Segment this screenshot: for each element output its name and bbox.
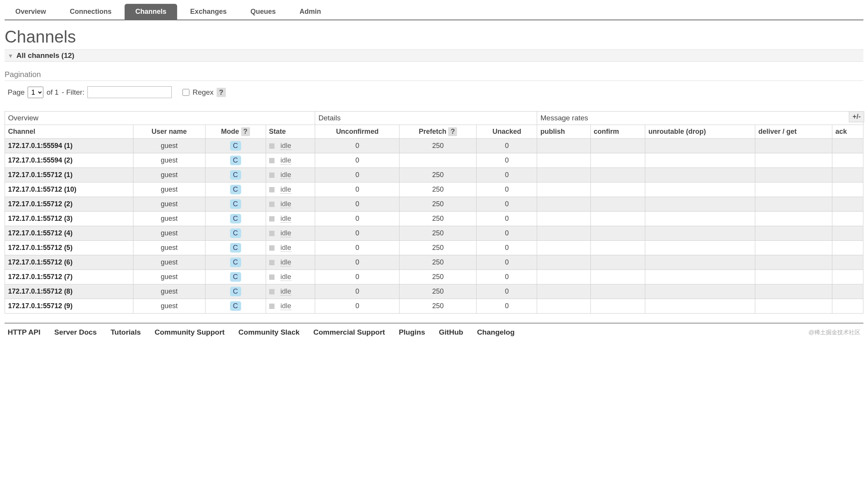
cell-mode: C — [205, 168, 266, 182]
col-state[interactable]: State — [266, 125, 315, 139]
section-all-channels[interactable]: ▼ All channels (12) — [5, 49, 863, 62]
cell-state: idle — [266, 270, 315, 284]
col-publish[interactable]: publish — [537, 125, 590, 139]
footer-link-tutorials[interactable]: Tutorials — [110, 328, 141, 337]
pagination-controls: Page 1 of 1 - Filter: Regex ? — [8, 86, 863, 98]
filter-label: - Filter: — [62, 88, 84, 97]
col-prefetch[interactable]: Prefetch ? — [399, 125, 477, 139]
cell-unroutable — [645, 241, 755, 255]
filter-input[interactable] — [87, 86, 172, 98]
cell-prefetch: 250 — [399, 168, 477, 182]
channel-link[interactable]: 172.17.0.1:55712 (1) — [8, 171, 72, 179]
footer-link-community-slack[interactable]: Community Slack — [238, 328, 299, 337]
regex-help-button[interactable]: ? — [217, 88, 226, 97]
cell-confirm — [590, 139, 645, 153]
channel-link[interactable]: 172.17.0.1:55712 (8) — [8, 287, 72, 295]
cell-deliver — [755, 168, 832, 182]
mode-badge: C — [230, 228, 241, 238]
cell-confirm — [590, 241, 645, 255]
col-mode-label: Mode — [221, 128, 239, 135]
tab-connections[interactable]: Connections — [59, 4, 122, 20]
regex-checkbox[interactable] — [182, 89, 189, 96]
table-row: 172.17.0.1:55712 (7)guestCidle02500 — [5, 270, 863, 284]
col-unacked[interactable]: Unacked — [477, 125, 537, 139]
mode-badge: C — [230, 258, 241, 267]
cell-mode: C — [205, 212, 266, 226]
channel-link[interactable]: 172.17.0.1:55712 (5) — [8, 244, 72, 251]
mode-help-button[interactable]: ? — [241, 127, 250, 136]
col-unconfirmed[interactable]: Unconfirmed — [315, 125, 399, 139]
mode-badge: C — [230, 199, 241, 209]
cell-deliver — [755, 153, 832, 168]
cell-unconfirmed: 0 — [315, 270, 399, 284]
state-indicator-icon — [269, 274, 275, 280]
col-channel[interactable]: Channel — [5, 125, 133, 139]
cell-deliver — [755, 255, 832, 270]
cell-prefetch: 250 — [399, 299, 477, 314]
cell-deliver — [755, 226, 832, 241]
cell-publish — [537, 255, 590, 270]
state-indicator-icon — [269, 187, 275, 192]
cell-user: guest — [133, 168, 205, 182]
channel-link[interactable]: 172.17.0.1:55712 (9) — [8, 302, 72, 310]
cell-unacked: 0 — [477, 168, 537, 182]
cell-unconfirmed: 0 — [315, 197, 399, 212]
tab-queues[interactable]: Queues — [240, 4, 286, 20]
channel-link[interactable]: 172.17.0.1:55594 (2) — [8, 156, 72, 164]
tab-channels[interactable]: Channels — [125, 4, 177, 20]
tab-overview[interactable]: Overview — [5, 4, 57, 20]
cell-ack — [832, 299, 863, 314]
cell-confirm — [590, 284, 645, 299]
footer-link-changelog[interactable]: Changelog — [477, 328, 515, 337]
pagination-heading: Pagination — [5, 70, 863, 81]
col-deliver[interactable]: deliver / get — [755, 125, 832, 139]
footer-link-commercial-support[interactable]: Commercial Support — [313, 328, 385, 337]
cell-publish — [537, 197, 590, 212]
page-select[interactable]: 1 — [28, 87, 43, 98]
channel-link[interactable]: 172.17.0.1:55712 (2) — [8, 200, 72, 208]
channel-link[interactable]: 172.17.0.1:55712 (6) — [8, 258, 72, 266]
cell-state: idle — [266, 197, 315, 212]
footer-link-community-support[interactable]: Community Support — [155, 328, 225, 337]
page-title: Channels — [5, 27, 863, 46]
cell-user: guest — [133, 139, 205, 153]
col-mode[interactable]: Mode ? — [205, 125, 266, 139]
col-unroutable[interactable]: unroutable (drop) — [645, 125, 755, 139]
footer-link-github[interactable]: GitHub — [439, 328, 463, 337]
cell-prefetch: 250 — [399, 226, 477, 241]
tab-admin[interactable]: Admin — [289, 4, 332, 20]
table-row: 172.17.0.1:55712 (1)guestCidle02500 — [5, 168, 863, 182]
cell-confirm — [590, 153, 645, 168]
cell-mode: C — [205, 284, 266, 299]
channel-link[interactable]: 172.17.0.1:55712 (4) — [8, 229, 72, 237]
cell-prefetch: 250 — [399, 182, 477, 197]
col-ack[interactable]: ack — [832, 125, 863, 139]
channel-link[interactable]: 172.17.0.1:55712 (3) — [8, 215, 72, 222]
tab-exchanges[interactable]: Exchanges — [179, 4, 237, 20]
cell-unroutable — [645, 255, 755, 270]
state-indicator-icon — [269, 231, 275, 236]
cell-mode: C — [205, 197, 266, 212]
footer-link-http-api[interactable]: HTTP API — [8, 328, 41, 337]
state-text: idle — [281, 287, 291, 296]
cell-deliver — [755, 197, 832, 212]
cell-user: guest — [133, 270, 205, 284]
cell-state: idle — [266, 284, 315, 299]
columns-toggle-button[interactable]: +/- — [849, 111, 864, 122]
channel-link[interactable]: 172.17.0.1:55594 (1) — [8, 142, 72, 149]
cell-unroutable — [645, 270, 755, 284]
channel-link[interactable]: 172.17.0.1:55712 (7) — [8, 273, 72, 281]
col-user[interactable]: User name — [133, 125, 205, 139]
prefetch-help-button[interactable]: ? — [448, 127, 457, 136]
footer-links: HTTP APIServer DocsTutorialsCommunity Su… — [5, 324, 863, 343]
footer-link-plugins[interactable]: Plugins — [399, 328, 425, 337]
state-text: idle — [281, 229, 291, 237]
cell-unconfirmed: 0 — [315, 284, 399, 299]
cell-state: idle — [266, 255, 315, 270]
cell-unroutable — [645, 139, 755, 153]
footer-link-server-docs[interactable]: Server Docs — [54, 328, 97, 337]
cell-unroutable — [645, 168, 755, 182]
col-confirm[interactable]: confirm — [590, 125, 645, 139]
cell-confirm — [590, 168, 645, 182]
channel-link[interactable]: 172.17.0.1:55712 (10) — [8, 186, 76, 193]
